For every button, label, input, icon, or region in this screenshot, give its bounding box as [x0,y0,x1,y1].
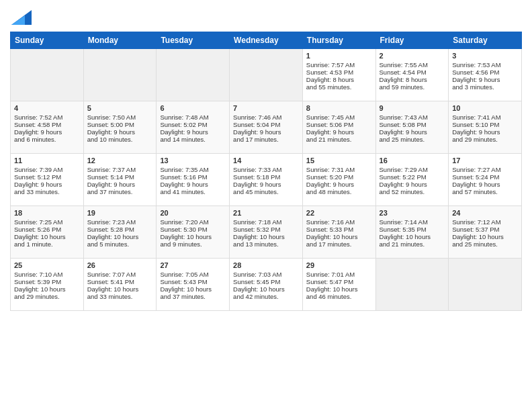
cell-w2-d7: 10Sunrise: 7:41 AMSunset: 5:10 PMDayligh… [449,101,522,154]
cell-text: Daylight: 10 hours [160,285,226,293]
cell-text: and 21 minutes. [306,136,372,143]
cell-text: Sunset: 5:33 PM [306,226,372,233]
cell-w1-d6: 2Sunrise: 7:55 AMSunset: 4:54 PMDaylight… [375,49,449,101]
cell-text: Sunset: 5:45 PM [233,278,299,285]
cell-w5-d4: 28Sunrise: 7:03 AMSunset: 5:45 PMDayligh… [230,259,303,311]
cell-w3-d6: 16Sunrise: 7:29 AMSunset: 5:22 PMDayligh… [375,154,449,206]
cell-text: Daylight: 8 hours [380,76,445,83]
cell-text: Sunrise: 7:37 AM [87,166,153,173]
cell-text: Sunset: 5:28 PM [87,226,153,233]
cell-text: Sunset: 5:32 PM [233,226,299,233]
cell-text: Daylight: 9 hours [233,181,299,188]
cell-text: Sunrise: 7:39 AM [14,166,80,173]
cell-text: Daylight: 10 hours [87,285,153,293]
day-number: 7 [233,104,299,112]
cell-text: Daylight: 10 hours [233,233,299,240]
week-row-4: 18Sunrise: 7:25 AMSunset: 5:26 PMDayligh… [11,206,522,259]
cell-text: Daylight: 10 hours [87,233,153,240]
cell-text: Sunset: 5:24 PM [452,173,518,181]
cell-text: and 37 minutes. [87,188,153,195]
cell-text: Sunrise: 7:27 AM [452,166,518,173]
cell-text: Sunset: 5:22 PM [380,173,445,181]
cell-text: Daylight: 10 hours [380,233,445,240]
cell-w3-d4: 14Sunrise: 7:33 AMSunset: 5:18 PMDayligh… [230,154,303,206]
cell-text: Daylight: 9 hours [452,128,518,136]
cell-text: Sunset: 5:06 PM [306,121,372,128]
day-number: 20 [160,209,226,217]
day-number: 15 [306,156,372,165]
cell-text: Daylight: 9 hours [380,181,445,188]
cell-text: Daylight: 9 hours [160,128,226,136]
day-number: 19 [87,209,153,217]
cell-text: Sunset: 5:35 PM [380,226,445,233]
col-header-sunday: Sunday [11,32,84,49]
cell-text: Daylight: 8 hours [306,76,372,83]
cell-text: Daylight: 10 hours [160,233,226,240]
week-row-3: 11Sunrise: 7:39 AMSunset: 5:12 PMDayligh… [11,154,522,206]
week-row-1: 1Sunrise: 7:57 AMSunset: 4:53 PMDaylight… [11,49,522,101]
day-number: 4 [14,104,80,112]
cell-text: and 41 minutes. [160,188,226,195]
day-number: 10 [452,104,518,112]
cell-text: and 52 minutes. [380,188,445,195]
col-header-tuesday: Tuesday [157,32,230,49]
week-row-2: 4Sunrise: 7:52 AMSunset: 4:58 PMDaylight… [11,101,522,154]
cell-text: Daylight: 9 hours [306,128,372,136]
cell-text: Sunrise: 7:50 AM [87,113,153,121]
cell-w2-d3: 6Sunrise: 7:48 AMSunset: 5:02 PMDaylight… [157,101,230,154]
svg-marker-1 [11,15,25,25]
cell-text: and 45 minutes. [233,188,299,195]
cell-w5-d3: 27Sunrise: 7:05 AMSunset: 5:43 PMDayligh… [157,259,230,311]
cell-w4-d6: 23Sunrise: 7:14 AMSunset: 5:35 PMDayligh… [375,206,449,259]
day-number: 3 [452,52,518,60]
cell-w4-d4: 21Sunrise: 7:18 AMSunset: 5:32 PMDayligh… [230,206,303,259]
cell-text: Sunrise: 7:18 AM [233,218,299,226]
cell-text: and 33 minutes. [14,188,80,195]
cell-text: and 42 minutes. [233,293,299,300]
col-header-saturday: Saturday [449,32,522,49]
col-header-wednesday: Wednesday [230,32,303,49]
cell-text: Sunset: 4:56 PM [452,68,518,76]
cell-text: Daylight: 10 hours [14,285,80,293]
cell-text: and 57 minutes. [452,188,518,195]
day-number: 13 [160,156,226,165]
cell-w2-d2: 5Sunrise: 7:50 AMSunset: 5:00 PMDaylight… [83,101,157,154]
cell-text: Sunrise: 7:16 AM [306,218,372,226]
cell-text: Sunset: 4:53 PM [306,68,372,76]
cell-text: Sunrise: 7:48 AM [160,113,226,121]
cell-text: Sunrise: 7:31 AM [306,166,372,173]
cell-w5-d6 [375,259,449,311]
cell-text: and 13 minutes. [233,240,299,248]
cell-w4-d2: 19Sunrise: 7:23 AMSunset: 5:28 PMDayligh… [83,206,157,259]
day-number: 8 [306,104,372,112]
day-number: 14 [233,156,299,165]
cell-text: Sunrise: 7:10 AM [14,271,80,278]
cell-text: Sunset: 5:12 PM [14,173,80,181]
day-number: 25 [14,261,80,269]
cell-w3-d2: 12Sunrise: 7:37 AMSunset: 5:14 PMDayligh… [83,154,157,206]
cell-text: and 33 minutes. [87,293,153,300]
day-number: 28 [233,261,299,269]
cell-text: Sunrise: 7:55 AM [380,61,445,68]
cell-text: Sunset: 5:18 PM [233,173,299,181]
cell-text: Sunset: 4:54 PM [380,68,445,76]
cell-text: Sunset: 5:39 PM [14,278,80,285]
cell-text: Sunrise: 7:35 AM [160,166,226,173]
cell-text: Daylight: 10 hours [306,233,372,240]
cell-text: and 48 minutes. [306,188,372,195]
cell-w5-d7 [449,259,522,311]
day-number: 2 [380,52,445,60]
day-number: 6 [160,104,226,112]
cell-text: Daylight: 9 hours [14,128,80,136]
cell-text: Daylight: 9 hours [452,76,518,83]
cell-text: Daylight: 9 hours [87,181,153,188]
header-row: SundayMondayTuesdayWednesdayThursdayFrid… [11,32,522,49]
cell-w4-d7: 24Sunrise: 7:12 AMSunset: 5:37 PMDayligh… [449,206,522,259]
cell-text: and 29 minutes. [452,136,518,143]
cell-text: and 21 minutes. [380,240,445,248]
cell-text: Sunset: 5:14 PM [87,173,153,181]
cell-text: Daylight: 9 hours [160,181,226,188]
cell-text: Sunrise: 7:52 AM [14,113,80,121]
logo-icon [11,10,32,25]
cell-text: Sunrise: 7:12 AM [452,218,518,226]
